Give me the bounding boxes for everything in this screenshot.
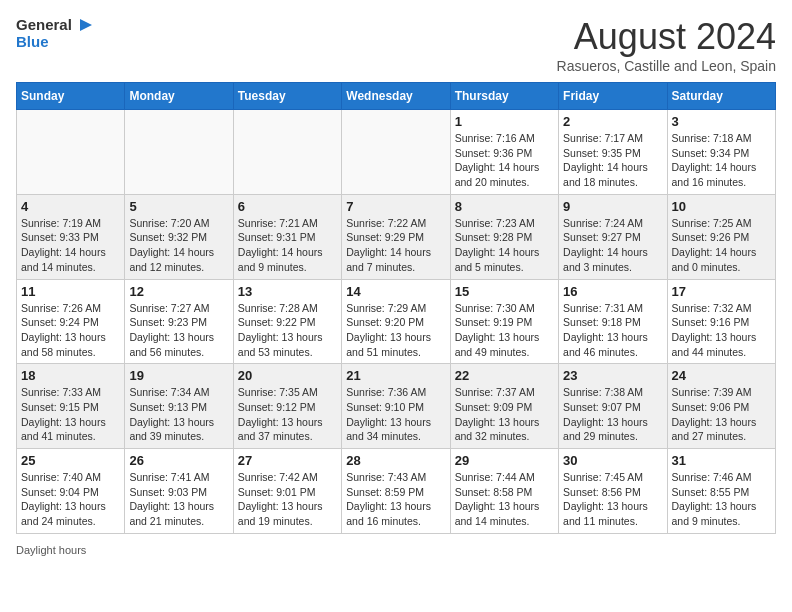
calendar-cell: 9Sunrise: 7:24 AM Sunset: 9:27 PM Daylig…: [559, 194, 667, 279]
day-info: Sunrise: 7:33 AM Sunset: 9:15 PM Dayligh…: [21, 385, 120, 444]
day-info: Sunrise: 7:41 AM Sunset: 9:03 PM Dayligh…: [129, 470, 228, 529]
day-info: Sunrise: 7:22 AM Sunset: 9:29 PM Dayligh…: [346, 216, 445, 275]
calendar-cell: 7Sunrise: 7:22 AM Sunset: 9:29 PM Daylig…: [342, 194, 450, 279]
day-info: Sunrise: 7:46 AM Sunset: 8:55 PM Dayligh…: [672, 470, 771, 529]
calendar-cell: 21Sunrise: 7:36 AM Sunset: 9:10 PM Dayli…: [342, 364, 450, 449]
day-number: 19: [129, 368, 228, 383]
calendar-cell: 28Sunrise: 7:43 AM Sunset: 8:59 PM Dayli…: [342, 449, 450, 534]
calendar-cell: 5Sunrise: 7:20 AM Sunset: 9:32 PM Daylig…: [125, 194, 233, 279]
day-number: 16: [563, 284, 662, 299]
day-info: Sunrise: 7:28 AM Sunset: 9:22 PM Dayligh…: [238, 301, 337, 360]
day-number: 17: [672, 284, 771, 299]
day-info: Sunrise: 7:19 AM Sunset: 9:33 PM Dayligh…: [21, 216, 120, 275]
location-subtitle: Rasueros, Castille and Leon, Spain: [557, 58, 776, 74]
day-info: Sunrise: 7:30 AM Sunset: 9:19 PM Dayligh…: [455, 301, 554, 360]
calendar-table: SundayMondayTuesdayWednesdayThursdayFrid…: [16, 82, 776, 534]
col-header-wednesday: Wednesday: [342, 83, 450, 110]
day-info: Sunrise: 7:37 AM Sunset: 9:09 PM Dayligh…: [455, 385, 554, 444]
calendar-cell: 15Sunrise: 7:30 AM Sunset: 9:19 PM Dayli…: [450, 279, 558, 364]
day-info: Sunrise: 7:40 AM Sunset: 9:04 PM Dayligh…: [21, 470, 120, 529]
calendar-cell: 2Sunrise: 7:17 AM Sunset: 9:35 PM Daylig…: [559, 110, 667, 195]
calendar-cell: [125, 110, 233, 195]
calendar-cell: [342, 110, 450, 195]
month-year-title: August 2024: [557, 16, 776, 58]
calendar-cell: 26Sunrise: 7:41 AM Sunset: 9:03 PM Dayli…: [125, 449, 233, 534]
col-header-monday: Monday: [125, 83, 233, 110]
calendar-cell: 19Sunrise: 7:34 AM Sunset: 9:13 PM Dayli…: [125, 364, 233, 449]
calendar-cell: 8Sunrise: 7:23 AM Sunset: 9:28 PM Daylig…: [450, 194, 558, 279]
day-info: Sunrise: 7:25 AM Sunset: 9:26 PM Dayligh…: [672, 216, 771, 275]
day-info: Sunrise: 7:18 AM Sunset: 9:34 PM Dayligh…: [672, 131, 771, 190]
calendar-cell: 6Sunrise: 7:21 AM Sunset: 9:31 PM Daylig…: [233, 194, 341, 279]
col-header-tuesday: Tuesday: [233, 83, 341, 110]
day-info: Sunrise: 7:35 AM Sunset: 9:12 PM Dayligh…: [238, 385, 337, 444]
day-number: 18: [21, 368, 120, 383]
calendar-week-0: 1Sunrise: 7:16 AM Sunset: 9:36 PM Daylig…: [17, 110, 776, 195]
day-info: Sunrise: 7:27 AM Sunset: 9:23 PM Dayligh…: [129, 301, 228, 360]
svg-marker-0: [80, 19, 92, 31]
day-info: Sunrise: 7:24 AM Sunset: 9:27 PM Dayligh…: [563, 216, 662, 275]
day-number: 28: [346, 453, 445, 468]
day-number: 29: [455, 453, 554, 468]
calendar-cell: [233, 110, 341, 195]
calendar-cell: 30Sunrise: 7:45 AM Sunset: 8:56 PM Dayli…: [559, 449, 667, 534]
calendar-cell: 24Sunrise: 7:39 AM Sunset: 9:06 PM Dayli…: [667, 364, 775, 449]
col-header-saturday: Saturday: [667, 83, 775, 110]
day-number: 22: [455, 368, 554, 383]
calendar-cell: 4Sunrise: 7:19 AM Sunset: 9:33 PM Daylig…: [17, 194, 125, 279]
day-number: 27: [238, 453, 337, 468]
calendar-cell: 22Sunrise: 7:37 AM Sunset: 9:09 PM Dayli…: [450, 364, 558, 449]
day-info: Sunrise: 7:45 AM Sunset: 8:56 PM Dayligh…: [563, 470, 662, 529]
calendar-header-row: SundayMondayTuesdayWednesdayThursdayFrid…: [17, 83, 776, 110]
calendar-cell: 3Sunrise: 7:18 AM Sunset: 9:34 PM Daylig…: [667, 110, 775, 195]
day-info: Sunrise: 7:32 AM Sunset: 9:16 PM Dayligh…: [672, 301, 771, 360]
calendar-cell: 11Sunrise: 7:26 AM Sunset: 9:24 PM Dayli…: [17, 279, 125, 364]
calendar-cell: [17, 110, 125, 195]
calendar-cell: 23Sunrise: 7:38 AM Sunset: 9:07 PM Dayli…: [559, 364, 667, 449]
day-number: 14: [346, 284, 445, 299]
day-number: 25: [21, 453, 120, 468]
day-info: Sunrise: 7:31 AM Sunset: 9:18 PM Dayligh…: [563, 301, 662, 360]
day-info: Sunrise: 7:38 AM Sunset: 9:07 PM Dayligh…: [563, 385, 662, 444]
calendar-cell: 29Sunrise: 7:44 AM Sunset: 8:58 PM Dayli…: [450, 449, 558, 534]
calendar-cell: 25Sunrise: 7:40 AM Sunset: 9:04 PM Dayli…: [17, 449, 125, 534]
daylight-label: Daylight hours: [16, 544, 86, 556]
calendar-cell: 14Sunrise: 7:29 AM Sunset: 9:20 PM Dayli…: [342, 279, 450, 364]
day-number: 5: [129, 199, 228, 214]
day-number: 8: [455, 199, 554, 214]
day-info: Sunrise: 7:42 AM Sunset: 9:01 PM Dayligh…: [238, 470, 337, 529]
day-info: Sunrise: 7:44 AM Sunset: 8:58 PM Dayligh…: [455, 470, 554, 529]
calendar-week-3: 18Sunrise: 7:33 AM Sunset: 9:15 PM Dayli…: [17, 364, 776, 449]
day-number: 4: [21, 199, 120, 214]
calendar-cell: 17Sunrise: 7:32 AM Sunset: 9:16 PM Dayli…: [667, 279, 775, 364]
logo-text: General Blue: [16, 16, 92, 51]
day-number: 9: [563, 199, 662, 214]
calendar-week-2: 11Sunrise: 7:26 AM Sunset: 9:24 PM Dayli…: [17, 279, 776, 364]
calendar-cell: 1Sunrise: 7:16 AM Sunset: 9:36 PM Daylig…: [450, 110, 558, 195]
day-info: Sunrise: 7:16 AM Sunset: 9:36 PM Dayligh…: [455, 131, 554, 190]
day-info: Sunrise: 7:29 AM Sunset: 9:20 PM Dayligh…: [346, 301, 445, 360]
logo-triangle-icon: [78, 19, 92, 33]
day-number: 12: [129, 284, 228, 299]
footer: Daylight hours: [16, 544, 776, 556]
day-number: 21: [346, 368, 445, 383]
calendar-week-4: 25Sunrise: 7:40 AM Sunset: 9:04 PM Dayli…: [17, 449, 776, 534]
day-number: 31: [672, 453, 771, 468]
title-block: August 2024 Rasueros, Castille and Leon,…: [557, 16, 776, 74]
calendar-cell: 27Sunrise: 7:42 AM Sunset: 9:01 PM Dayli…: [233, 449, 341, 534]
day-info: Sunrise: 7:20 AM Sunset: 9:32 PM Dayligh…: [129, 216, 228, 275]
day-number: 6: [238, 199, 337, 214]
col-header-thursday: Thursday: [450, 83, 558, 110]
calendar-cell: 13Sunrise: 7:28 AM Sunset: 9:22 PM Dayli…: [233, 279, 341, 364]
day-number: 3: [672, 114, 771, 129]
calendar-cell: 31Sunrise: 7:46 AM Sunset: 8:55 PM Dayli…: [667, 449, 775, 534]
day-number: 7: [346, 199, 445, 214]
day-number: 2: [563, 114, 662, 129]
calendar-cell: 10Sunrise: 7:25 AM Sunset: 9:26 PM Dayli…: [667, 194, 775, 279]
day-number: 23: [563, 368, 662, 383]
col-header-sunday: Sunday: [17, 83, 125, 110]
day-number: 10: [672, 199, 771, 214]
day-number: 13: [238, 284, 337, 299]
calendar-cell: 18Sunrise: 7:33 AM Sunset: 9:15 PM Dayli…: [17, 364, 125, 449]
day-number: 20: [238, 368, 337, 383]
